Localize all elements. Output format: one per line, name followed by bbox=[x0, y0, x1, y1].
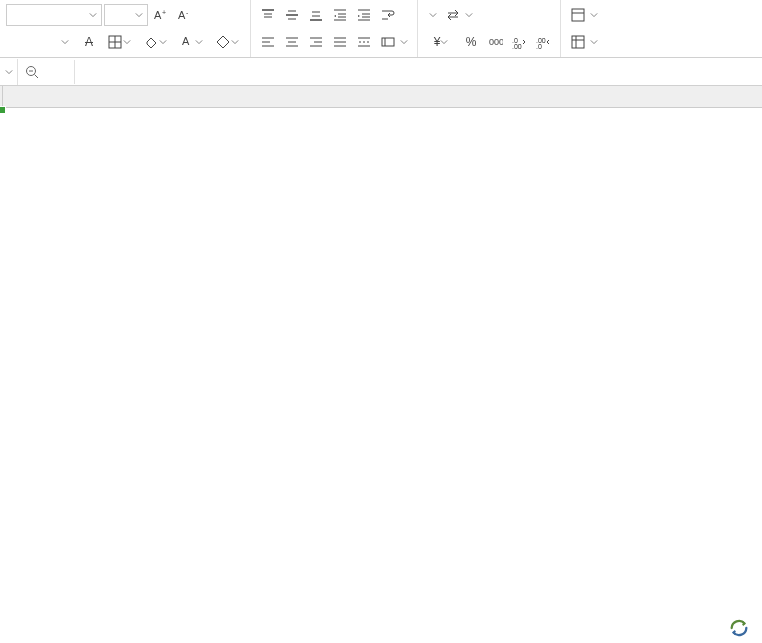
merge-icon bbox=[380, 34, 396, 50]
selection-rect bbox=[0, 108, 4, 112]
svg-text:-: - bbox=[186, 9, 189, 16]
svg-text:A: A bbox=[154, 9, 162, 21]
chevron-down-icon bbox=[5, 68, 13, 76]
chevron-down-icon bbox=[590, 38, 598, 46]
align-right-button[interactable] bbox=[305, 31, 327, 53]
font-name-select[interactable] bbox=[6, 4, 102, 26]
align-middle-button[interactable] bbox=[281, 4, 303, 26]
ribbon-toolbar: A+ A- A A bbox=[0, 0, 762, 58]
decrease-font-button[interactable]: A- bbox=[174, 4, 196, 26]
percent-button[interactable]: % bbox=[460, 31, 482, 53]
font-size-select[interactable] bbox=[104, 4, 148, 26]
rowcol-icon bbox=[570, 7, 586, 23]
chevron-down-icon bbox=[89, 8, 97, 22]
decrease-indent-button[interactable] bbox=[329, 4, 351, 26]
chevron-down-icon bbox=[159, 38, 167, 46]
align-bottom-button[interactable] bbox=[305, 4, 327, 26]
chevron-down-icon bbox=[135, 8, 143, 22]
border-icon bbox=[107, 34, 123, 50]
formula-bar bbox=[0, 58, 762, 86]
formula-input[interactable] bbox=[74, 60, 762, 84]
italic-button[interactable] bbox=[30, 31, 52, 53]
convert-button[interactable] bbox=[442, 4, 476, 26]
ribbon-align-section bbox=[251, 0, 418, 57]
chevron-down-icon bbox=[429, 11, 437, 19]
rowcol-button[interactable] bbox=[567, 4, 601, 26]
chevron-down-icon bbox=[61, 38, 69, 46]
align-top-button[interactable] bbox=[257, 4, 279, 26]
svg-line-53 bbox=[35, 74, 39, 78]
wrap-text-button[interactable] bbox=[377, 4, 401, 26]
increase-decimal-button[interactable]: .0.00 bbox=[508, 31, 530, 53]
ribbon-number-section: ¥ % 000 .0.00 .00.0 bbox=[418, 0, 561, 57]
svg-text:.0: .0 bbox=[536, 43, 542, 50]
fill-color-button[interactable] bbox=[138, 31, 172, 53]
comma-button[interactable]: 000 bbox=[484, 31, 506, 53]
chevron-down-icon bbox=[400, 38, 408, 46]
diamond-icon bbox=[215, 34, 231, 50]
justify-button[interactable] bbox=[329, 31, 351, 53]
zoom-out-icon bbox=[25, 65, 39, 79]
chevron-down-icon bbox=[440, 38, 448, 46]
name-box-dropdown[interactable] bbox=[0, 59, 18, 85]
convert-icon bbox=[445, 7, 461, 23]
chevron-down-icon bbox=[465, 11, 473, 19]
increase-indent-button[interactable] bbox=[353, 4, 375, 26]
svg-text:A: A bbox=[178, 9, 186, 21]
svg-text:+: + bbox=[162, 9, 166, 16]
column-headers bbox=[0, 86, 762, 108]
svg-rect-47 bbox=[572, 9, 584, 21]
spreadsheet-grid bbox=[0, 86, 762, 643]
svg-text:000: 000 bbox=[489, 37, 503, 47]
svg-text:.00: .00 bbox=[512, 43, 522, 50]
svg-text:A: A bbox=[182, 35, 190, 47]
strike-button[interactable]: A bbox=[78, 31, 100, 53]
merge-button[interactable] bbox=[377, 31, 411, 53]
align-center-button[interactable] bbox=[281, 31, 303, 53]
underline-button[interactable] bbox=[54, 31, 76, 53]
worksheet-button[interactable] bbox=[567, 31, 601, 53]
format-painter-button[interactable] bbox=[210, 31, 244, 53]
font-color-button[interactable]: A bbox=[174, 31, 208, 53]
chevron-down-icon bbox=[231, 38, 239, 46]
chevron-down-icon bbox=[195, 38, 203, 46]
chevron-down-icon bbox=[123, 38, 131, 46]
svg-rect-40 bbox=[382, 38, 394, 46]
worksheet-icon bbox=[570, 34, 586, 50]
ribbon-font-section: A+ A- A A bbox=[0, 0, 251, 57]
corner-cell[interactable] bbox=[0, 86, 3, 107]
distribute-button[interactable] bbox=[353, 31, 375, 53]
bold-button[interactable] bbox=[6, 31, 28, 53]
increase-font-button[interactable]: A+ bbox=[150, 4, 172, 26]
wrap-icon bbox=[380, 7, 396, 23]
chevron-down-icon bbox=[590, 11, 598, 19]
svg-rect-49 bbox=[572, 36, 584, 48]
autofit-button[interactable] bbox=[424, 4, 440, 26]
align-left-button[interactable] bbox=[257, 31, 279, 53]
decrease-decimal-button[interactable]: .00.0 bbox=[532, 31, 554, 53]
currency-button[interactable]: ¥ bbox=[424, 31, 458, 53]
cancel-button[interactable] bbox=[18, 59, 46, 85]
border-button[interactable] bbox=[102, 31, 136, 53]
ribbon-cells-section bbox=[561, 0, 607, 57]
